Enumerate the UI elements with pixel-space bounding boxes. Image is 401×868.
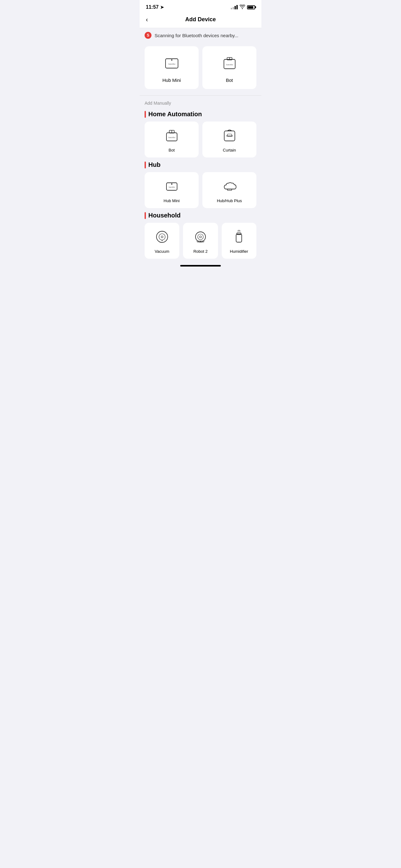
- svg-text:SwitchBot: SwitchBot: [226, 64, 233, 66]
- manual-hub-mini-icon: SwitchBot: [164, 178, 179, 195]
- manual-hub-plus-label: Hub/Hub Plus: [217, 198, 242, 203]
- signal-bars-icon: [231, 5, 238, 9]
- svg-point-24: [196, 232, 205, 242]
- status-icons: [231, 5, 255, 10]
- svg-point-26: [200, 236, 201, 238]
- svg-text:SwitchBot: SwitchBot: [168, 63, 175, 65]
- discovered-hub-mini-label: Hub Mini: [162, 78, 181, 83]
- svg-rect-30: [237, 233, 241, 235]
- svg-text:SwitchBot: SwitchBot: [168, 136, 175, 138]
- manual-curtain-label: Curtain: [223, 148, 236, 153]
- discovered-device-grid: SwitchBot Hub Mini SwitchBot Bot: [144, 46, 257, 89]
- add-manually-section: Add Manually: [140, 96, 261, 111]
- location-arrow-icon: ➤: [160, 5, 164, 10]
- manual-robot2-label: Robot 2: [193, 249, 208, 254]
- manual-hub-mini-label: Hub Mini: [164, 198, 179, 203]
- household-grid: Vacuum Robot 2: [144, 223, 257, 259]
- manual-hub-mini-card[interactable]: SwitchBot Hub Mini: [144, 172, 199, 208]
- manual-humidifier-label: Humidifier: [230, 249, 248, 254]
- page-title: Add Device: [185, 16, 216, 23]
- manual-curtain-icon: [222, 128, 237, 145]
- svg-point-21: [159, 234, 165, 240]
- status-time: 11:57: [146, 4, 159, 10]
- status-bar: 11:57 ➤: [140, 0, 261, 12]
- home-indicator: [140, 262, 261, 268]
- svg-point-25: [198, 234, 203, 240]
- scanning-text: Scanning for Bluetooth devices nearby...: [155, 33, 238, 38]
- hub-grid: SwitchBot Hub Mini Hub/Hub Plus: [144, 172, 257, 208]
- household-title: Household: [148, 212, 180, 219]
- svg-text:SwitchBot: SwitchBot: [168, 187, 175, 188]
- manual-robot2-icon: [193, 229, 208, 246]
- hub-category-bar-icon: [144, 161, 146, 168]
- svg-point-22: [161, 236, 163, 238]
- discovered-section: SwitchBot Hub Mini SwitchBot Bot: [140, 42, 261, 95]
- household-section: Household Vacuum: [140, 212, 261, 262]
- hub-title: Hub: [148, 161, 161, 168]
- svg-rect-29: [236, 234, 242, 242]
- manual-humidifier-card[interactable]: Humidifier: [222, 223, 257, 259]
- household-header: Household: [144, 212, 257, 219]
- battery-icon: [247, 5, 255, 9]
- manual-curtain-card[interactable]: Curtain: [202, 122, 257, 157]
- home-automation-header: Home Automation: [144, 111, 257, 118]
- svg-rect-13: [227, 134, 232, 136]
- discovered-bot-label: Bot: [226, 78, 233, 83]
- svg-point-15: [171, 183, 172, 185]
- discovered-hub-mini-card[interactable]: SwitchBot Hub Mini: [144, 46, 199, 89]
- manual-vacuum-card[interactable]: Vacuum: [144, 223, 179, 259]
- home-automation-title: Home Automation: [148, 111, 202, 118]
- manual-vacuum-label: Vacuum: [155, 249, 169, 254]
- hub-header: Hub: [144, 161, 257, 168]
- home-automation-section: Home Automation SwitchBot Bot: [140, 111, 261, 161]
- hub-mini-icon: SwitchBot: [162, 54, 181, 74]
- hub-section: Hub SwitchBot Hub Mini: [140, 161, 261, 212]
- bot-icon: SwitchBot: [220, 54, 239, 74]
- manual-bot-icon: SwitchBot: [164, 128, 179, 145]
- svg-point-23: [162, 240, 162, 241]
- manual-bot-card[interactable]: SwitchBot Bot: [144, 122, 199, 157]
- manual-hub-plus-card[interactable]: Hub/Hub Plus: [202, 172, 257, 208]
- back-button[interactable]: ‹: [146, 16, 148, 23]
- scanning-banner: S Scanning for Bluetooth devices nearby.…: [140, 28, 261, 42]
- category-bar-icon: [144, 111, 146, 118]
- manual-vacuum-icon: [154, 229, 170, 246]
- wifi-icon: [239, 5, 245, 10]
- manual-robot2-card[interactable]: Robot 2: [183, 223, 218, 259]
- header: ‹ Add Device: [140, 12, 261, 28]
- svg-point-1: [171, 59, 172, 61]
- manual-bot-label: Bot: [169, 148, 175, 153]
- discovered-bot-card[interactable]: SwitchBot Bot: [202, 46, 257, 89]
- manual-hub-plus-icon: [222, 178, 237, 195]
- home-bar: [180, 265, 221, 267]
- household-category-bar-icon: [144, 212, 146, 219]
- add-manually-label: Add Manually: [144, 101, 257, 105]
- home-automation-grid: SwitchBot Bot Curtain: [144, 122, 257, 157]
- manual-humidifier-icon: [231, 229, 247, 246]
- svg-point-28: [200, 241, 201, 242]
- scanning-icon: S: [144, 32, 152, 39]
